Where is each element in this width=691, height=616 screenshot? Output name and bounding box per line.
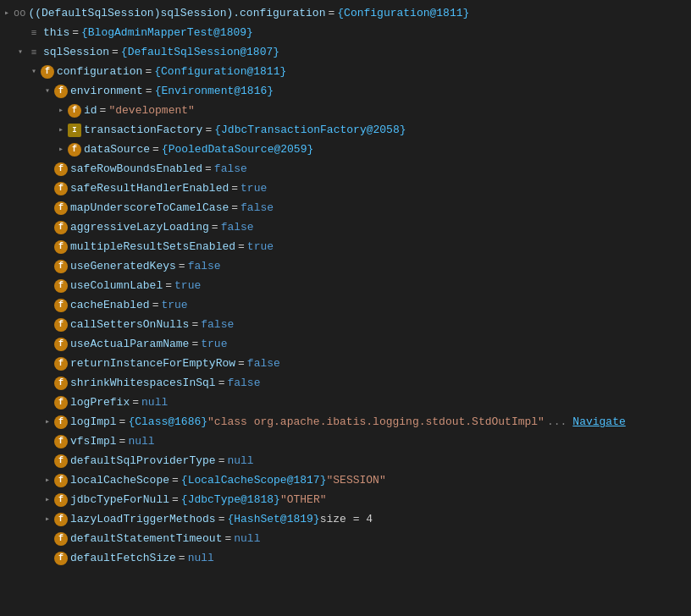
toggle-collapsed[interactable] [41, 493, 54, 507]
tree-row-line22: flogImpl={Class@1686} "class org.apache.… [0, 412, 691, 432]
tree-row-line16: fcacheEnabled=true [0, 295, 691, 315]
operator: = [146, 83, 152, 100]
operator: = [191, 316, 198, 333]
tree-row-line24: fdefaultSqlProviderType=null [0, 451, 691, 470]
tree-row-line7: ItransactionFactory={JdbcTransactionFact… [0, 120, 691, 140]
toggle-collapsed[interactable] [54, 143, 68, 157]
icon-field: f [54, 454, 68, 468]
var-name: multipleResultSetsEnabled [70, 239, 235, 256]
icon-field: f [54, 415, 68, 429]
var-name: vfsImpl [70, 433, 117, 450]
var-name: callSettersOnNulls [70, 316, 189, 333]
toggle-collapsed[interactable] [41, 474, 54, 487]
tree-row-line15: fuseColumnLabel=true [0, 276, 691, 295]
var-name: transactionFactory [84, 122, 202, 139]
operator: = [218, 453, 225, 470]
operator: = [191, 336, 198, 353]
toggle-collapsed[interactable] [0, 7, 14, 20]
var-name: mapUnderscoreToCamelCase [70, 200, 229, 217]
operator: = [218, 375, 225, 392]
tree-row-line11: fmapUnderscoreToCamelCase=false [0, 198, 691, 217]
icon-field: f [54, 318, 68, 332]
tree-row-line21: flogPrefix=null [0, 393, 691, 412]
var-name: defaultSqlProviderType [70, 453, 216, 470]
var-name: sqlSession [43, 44, 109, 61]
null-value: null [188, 550, 214, 567]
tree-row-line12: faggressiveLazyLoading=false [0, 217, 691, 237]
null-value: null [227, 453, 253, 470]
bool-value: false [221, 219, 254, 236]
tree-row-line13: fmultipleResultSetsEnabled=true [0, 237, 691, 256]
icon-field: f [54, 532, 68, 546]
tree-row-line27: flazyLoadTriggerMethods={HashSet@1819} s… [0, 509, 691, 529]
icon-field: f [54, 279, 68, 293]
tree-row-line19: freturnInstanceForEmptyRow=false [0, 354, 691, 373]
toggle-collapsed[interactable] [41, 415, 54, 429]
icon-interface: I [68, 124, 81, 137]
bool-value: true [174, 278, 201, 294]
toggle-expanded[interactable] [14, 46, 27, 59]
ref-value: {Class@1686} [128, 414, 207, 431]
ref-value: {JdbcTransactionFactory@2058} [214, 122, 406, 139]
toggle-expanded[interactable] [41, 85, 54, 98]
var-name: ((DefaultSqlSession)sqlSession).configur… [28, 5, 325, 22]
null-value: null [234, 531, 260, 547]
ref-value: {PooledDataSource@2059} [162, 141, 313, 158]
tree-row-line10: fsafeResultHandlerEnabled=true [0, 179, 691, 198]
icon-field: f [54, 493, 68, 507]
ref-value: {Configuration@1811} [154, 63, 286, 80]
var-name: useActualParamName [70, 336, 189, 353]
operator: = [132, 394, 139, 411]
ref-value: {JdbcType@1818} [181, 492, 280, 509]
tree-row-line14: fuseGeneratedKeys=false [0, 256, 691, 276]
var-name: defaultStatementTimeout [70, 531, 222, 547]
tree-row-line4: fconfiguration={Configuration@1811} [0, 62, 691, 81]
var-name: dataSource [84, 141, 150, 158]
operator: = [179, 258, 185, 275]
toggle-collapsed[interactable] [54, 124, 68, 137]
tree-row-line25: flocalCacheScope={LocalCacheScope@1817} … [0, 470, 691, 490]
tree-row-line9: fsafeRowBoundsEnabled=false [0, 159, 691, 179]
operator: = [238, 355, 245, 372]
operator: = [100, 102, 107, 119]
operator: = [145, 63, 152, 80]
icon-field: f [54, 357, 68, 371]
ref-value: {DefaultSqlSession@1807} [121, 44, 279, 61]
tree-row-line23: fvfsImpl=null [0, 432, 691, 451]
icon-field: f [54, 221, 68, 234]
tree-row-line5: fenvironment={Environment@1816} [0, 81, 691, 101]
operator: = [172, 472, 179, 489]
extra-string: "class org.apache.ibatis.logging.stdout.… [207, 414, 545, 431]
var-name: useGeneratedKeys [70, 258, 176, 275]
operator: = [238, 239, 245, 256]
operator: = [152, 297, 159, 314]
icon-field: f [41, 65, 54, 79]
var-name: safeRowBoundsEnabled [70, 161, 202, 178]
bool-value: true [201, 336, 227, 353]
bool-value: false [227, 375, 260, 392]
navigate-link[interactable]: Navigate [572, 414, 625, 431]
icon-field: f [54, 240, 68, 254]
bool-value: false [201, 316, 234, 333]
tree-row-line17: fcallSettersOnNulls=false [0, 315, 691, 334]
icon-field: f [54, 299, 68, 312]
bool-value: false [188, 258, 221, 275]
var-name: logImpl [70, 414, 117, 431]
icon-field: f [54, 513, 68, 526]
tree-row-line20: fshrinkWhitespacesInSql=false [0, 373, 691, 393]
icon-field: f [54, 338, 68, 351]
operator: = [205, 122, 212, 139]
toggle-collapsed[interactable] [54, 104, 68, 118]
operator: = [328, 5, 334, 22]
icon-field: f [54, 435, 68, 448]
icon-list: ≡ [27, 46, 41, 59]
var-name: returnInstanceForEmptyRow [70, 355, 235, 372]
icon-field: f [54, 552, 68, 565]
extra-string: "OTHER" [280, 492, 327, 509]
toggle-expanded[interactable] [27, 65, 41, 79]
toggle-collapsed[interactable] [41, 513, 54, 526]
icon-field: f [54, 474, 68, 487]
operator: = [165, 278, 172, 294]
null-value: null [141, 394, 168, 411]
tree-row-line8: fdataSource={PooledDataSource@2059} [0, 140, 691, 159]
